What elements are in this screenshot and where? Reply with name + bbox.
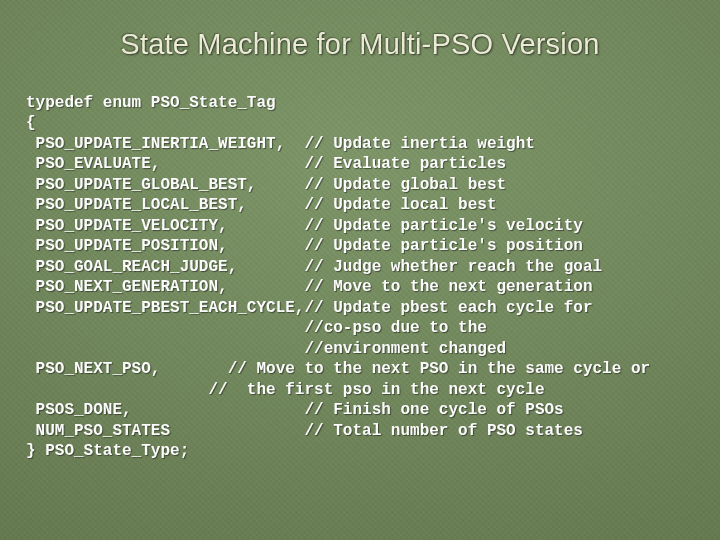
code-block: typedef enum PSO_State_Tag { PSO_UPDATE_…: [26, 93, 720, 461]
slide: State Machine for Multi-PSO Version type…: [0, 0, 720, 540]
slide-title: State Machine for Multi-PSO Version: [30, 0, 690, 61]
